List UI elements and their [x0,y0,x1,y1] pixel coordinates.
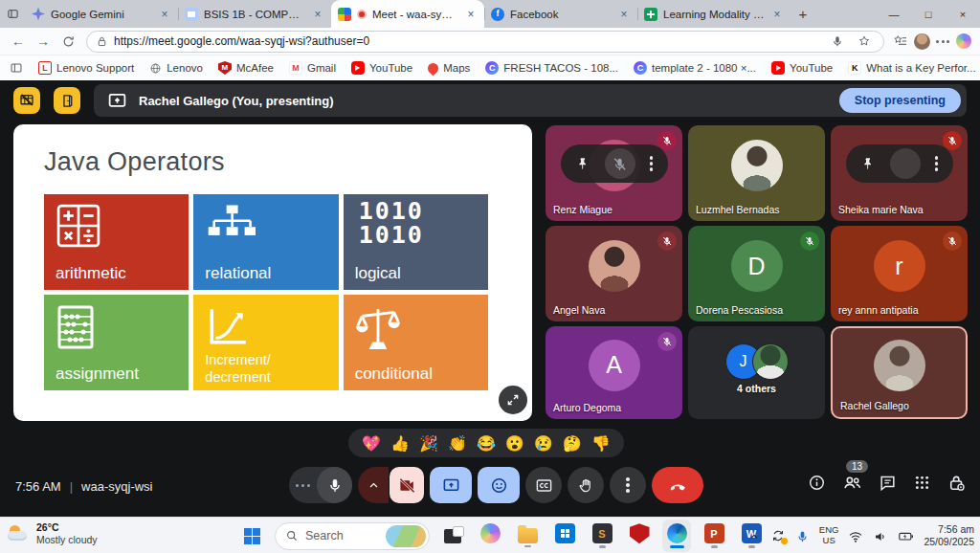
favorite-star-icon[interactable] [854,30,875,53]
activities-button[interactable] [913,474,931,492]
bookmark-template2[interactable]: Ctemplate 2 - 1080 ×... [634,61,756,75]
sublime-text-button[interactable]: S [588,520,616,552]
tab-actions-icon[interactable] [0,0,25,28]
favorites-list-icon[interactable] [890,30,911,53]
reactions-button[interactable] [478,467,520,503]
leave-call-button[interactable] [652,467,703,503]
reaction-thinking[interactable]: 🤔 [563,434,582,453]
close-tab-icon[interactable]: × [770,8,784,21]
present-now-button[interactable] [430,467,472,503]
battery-icon[interactable] [898,527,914,544]
reload-button[interactable] [56,29,80,54]
site-info-lock-icon[interactable] [96,35,108,48]
bookmark-lenovo-support[interactable]: LLenovo Support [38,61,134,75]
start-button[interactable] [237,520,266,552]
address-bar[interactable]: https://meet.google.com/waa-syqj-wsi?aut… [86,31,884,53]
voice-access-mic-icon[interactable] [795,527,810,544]
more-options-icon[interactable] [935,156,938,170]
raise-hand-button[interactable] [568,467,604,503]
audio-options-icon[interactable] [289,484,317,487]
microsoft-store-button[interactable] [550,520,579,552]
video-options-chevron-icon[interactable] [358,467,389,503]
reaction-laugh[interactable]: 😂 [477,434,496,453]
tray-overflow-chevron[interactable] [747,527,761,544]
participant-tile-arturo[interactable]: A Arturo Degoma [546,326,682,419]
taskbar-search[interactable]: Search [275,522,430,550]
close-window-button[interactable]: × [946,0,980,28]
close-tab-icon[interactable]: × [464,8,478,21]
tab-meet-active[interactable]: Meet - waa-syqj-wsi × [331,0,484,28]
file-explorer-button[interactable] [513,520,542,552]
bookmark-gmail[interactable]: MGmail [289,61,336,75]
powerpoint-button[interactable]: P [700,520,728,552]
back-button[interactable]: ← [6,29,31,54]
browser-menu-icon[interactable] [932,30,953,53]
camera-off-button[interactable] [390,467,424,503]
task-view-button[interactable] [438,520,467,552]
reaction-party[interactable]: 🎉 [419,434,438,453]
participant-tile-luzmhel[interactable]: Luzmhel Bernadas [688,125,825,221]
close-tab-icon[interactable]: × [311,8,324,21]
stop-presenting-button[interactable]: Stop presenting [839,88,961,113]
expand-presentation-button[interactable] [499,386,527,414]
reaction-cry[interactable]: 😢 [534,434,553,453]
chat-button[interactable] [879,474,897,492]
clock[interactable]: 7:56 am 25/09/2025 [924,523,974,548]
volume-icon[interactable] [873,527,888,544]
reaction-clap[interactable]: 👏 [448,434,467,453]
mute-indicator[interactable] [605,148,635,179]
close-tab-icon[interactable]: × [158,8,171,21]
participant-tile-rachel[interactable]: Rachel Gallego [831,326,968,419]
more-options-button[interactable] [610,467,646,503]
participant-tile-sheika[interactable]: Sheika marie Nava [831,125,968,221]
weather-widget[interactable]: 26°C Mostly cloudy [8,521,98,546]
language-indicator[interactable]: ENG US [819,525,839,546]
mic-icon[interactable] [317,467,352,503]
participant-tile-renz[interactable]: Renz Miague [546,125,682,221]
more-options-icon[interactable] [650,156,653,170]
people-button[interactable]: 13 [842,473,862,493]
captions-button[interactable] [525,467,562,503]
reaction-surprised[interactable]: 😮 [505,434,524,453]
maximize-button[interactable]: □ [911,0,946,28]
participant-tile-angel[interactable]: Angel Nava [546,226,682,321]
reaction-thumbs-down[interactable]: 👎 [591,434,611,453]
forward-button[interactable]: → [31,29,56,54]
participant-tile-others[interactable]: J 4 others [688,326,825,419]
participant-tile-dorena[interactable]: D Dorena Pescasiosa [688,226,825,321]
bookmark-kpi[interactable]: KWhat is a Key Perfor... [848,61,975,75]
voice-search-icon[interactable] [827,30,848,53]
reaction-thumbs-up[interactable]: 👍 [390,434,410,453]
bookmark-youtube[interactable]: YouTube [351,61,412,75]
bookmark-maps[interactable]: Maps [428,62,470,74]
profile-avatar[interactable] [911,30,932,53]
microphone-button[interactable] [289,467,352,503]
edge-button[interactable] [662,520,691,552]
wifi-icon[interactable] [848,527,863,544]
new-tab-button[interactable]: + [791,0,815,28]
tab-google-gemini[interactable]: Google Gemini × [25,0,178,28]
bookmark-mcafee[interactable]: MMcAfee [218,61,274,75]
bookmark-youtube-2[interactable]: YouTube [771,61,833,75]
close-tab-icon[interactable]: × [617,8,631,21]
meeting-details-button[interactable] [808,474,826,492]
mcafee-button[interactable] [625,520,654,552]
bookmark-lenovo[interactable]: Lenovo [149,62,203,75]
open-rooms-button[interactable] [54,87,80,114]
reaction-heart[interactable]: 💖 [362,434,381,453]
participant-tile-rey[interactable]: r rey annn antipatia [831,226,968,321]
bookmark-fresh-tacos[interactable]: CFRESH TACOS - 108... [485,61,618,75]
tab-learning-modality[interactable]: Learning Modality Shift Septe × [637,0,791,28]
host-controls-button[interactable] [947,474,967,493]
presentation-warning-button[interactable] [13,87,40,114]
copilot-button[interactable] [476,520,504,552]
copilot-icon[interactable] [953,30,974,53]
sidebar-panel-icon[interactable] [10,56,23,79]
tab-bsis[interactable]: BSIS 1B - COMPUTER PROGRA × [178,0,331,28]
onedrive-sync-icon[interactable] [770,528,786,543]
minimize-button[interactable]: — [877,0,911,28]
pin-icon[interactable] [575,156,590,171]
tab-facebook[interactable]: f Facebook × [484,0,637,28]
mic-off-badge [943,131,962,150]
pin-icon[interactable] [860,156,876,171]
